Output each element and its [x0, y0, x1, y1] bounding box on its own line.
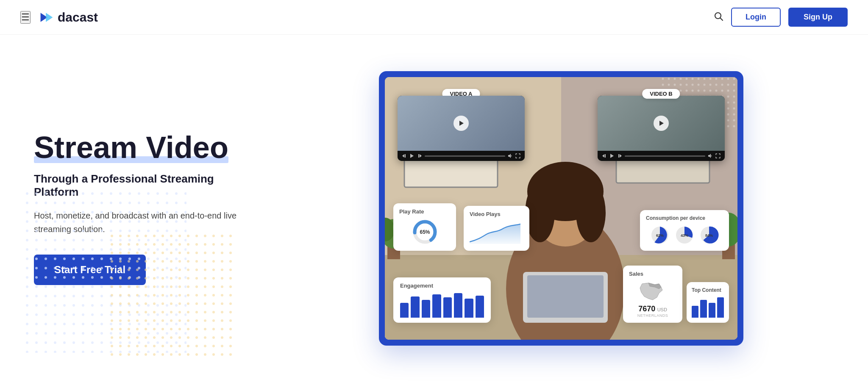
volume-icon-b[interactable]	[708, 153, 713, 158]
bar-8	[476, 296, 484, 318]
svg-text:65%: 65%	[420, 229, 430, 235]
rewind-icon-b[interactable]	[602, 153, 607, 158]
pie-chart-3: 84%	[698, 224, 720, 246]
engagement-chart	[400, 292, 484, 318]
svg-line-3	[721, 18, 723, 20]
top-content-title: Top Content	[692, 287, 724, 293]
sales-value: 7670	[638, 305, 655, 313]
tc-bar-3	[709, 303, 715, 318]
svg-marker-1	[46, 13, 53, 22]
dacast-logo-icon	[39, 10, 54, 25]
consumption-card: Consumption per device 62%	[640, 210, 729, 251]
bar-7	[465, 299, 473, 318]
logo-text: dacast	[58, 10, 98, 25]
play-rate-chart: 65%	[399, 218, 450, 246]
svg-point-15	[525, 183, 555, 242]
signup-button[interactable]: Sign Up	[788, 8, 848, 27]
video-b-controls	[598, 151, 725, 161]
nav-left: ☰ dacast	[20, 10, 98, 25]
play-icon-b[interactable]	[654, 116, 669, 131]
video-b-label: VIDEO B	[642, 89, 680, 99]
bar-5	[443, 297, 452, 318]
video-a-thumbnail[interactable]	[398, 96, 525, 151]
navbar: ☰ dacast Login Sign Up	[0, 0, 868, 35]
play-triangle-b	[658, 120, 664, 126]
video-card-b: VIDEO B	[598, 96, 725, 161]
pie-3: 84%	[698, 224, 720, 246]
hero-title: Stream Video	[34, 132, 254, 164]
forward-icon-b[interactable]	[617, 153, 622, 158]
bar-2	[411, 296, 419, 318]
consumption-title: Consumption per device	[646, 215, 723, 221]
svg-marker-31	[459, 121, 464, 126]
svg-rect-18	[527, 275, 604, 318]
dashboard-inner: VIDEO A	[385, 77, 737, 340]
hero-section: Stream Video Through a Professional Stre…	[0, 35, 868, 382]
sales-card: Sales 7670 USD NETHERLANDS	[623, 266, 682, 323]
svg-text:84%: 84%	[705, 233, 713, 238]
svg-text:43%: 43%	[681, 233, 688, 238]
svg-marker-35	[420, 154, 422, 158]
consumption-pies: 62% 43%	[646, 224, 723, 246]
play-icon-a[interactable]	[453, 116, 469, 131]
svg-rect-36	[418, 154, 419, 158]
play-icon-ctrl-b[interactable]	[609, 153, 615, 158]
rewind-icon-a[interactable]	[402, 153, 407, 158]
bar-3	[422, 300, 430, 318]
svg-point-16	[576, 183, 606, 242]
fullscreen-icon-a[interactable]	[515, 153, 520, 158]
engagement-title: Engagement	[400, 283, 484, 289]
video-b-thumbnail[interactable]	[598, 96, 725, 151]
dot-grid-gold	[110, 234, 237, 361]
svg-text:62%: 62%	[656, 233, 664, 238]
search-button[interactable]	[713, 11, 723, 24]
sales-map	[634, 280, 672, 303]
tc-bar-4	[717, 297, 724, 318]
pie-chart-2: 43%	[674, 224, 695, 246]
svg-marker-41	[610, 154, 614, 158]
volume-icon-a[interactable]	[508, 153, 513, 158]
play-icon-ctrl-a[interactable]	[409, 153, 415, 158]
hero-left: Stream Video Through a Professional Stre…	[34, 132, 254, 285]
nav-right: Login Sign Up	[713, 8, 848, 27]
video-plays-title: Video Plays	[470, 211, 523, 217]
sales-amount-display: 7670 USD	[629, 305, 676, 313]
svg-rect-33	[405, 154, 406, 158]
play-rate-title: Play Rate	[399, 208, 450, 215]
logo[interactable]: dacast	[39, 10, 98, 25]
sales-currency: USD	[657, 307, 667, 312]
video-plays-chart	[470, 221, 520, 244]
svg-marker-32	[402, 154, 404, 158]
play-rate-donut: 65%	[411, 218, 439, 246]
forward-icon-a[interactable]	[417, 153, 422, 158]
play-rate-card: Play Rate 65%	[393, 203, 456, 251]
svg-rect-43	[618, 154, 619, 158]
svg-marker-37	[508, 154, 511, 158]
progress-bar-a[interactable]	[425, 155, 505, 157]
svg-marker-42	[620, 154, 622, 158]
search-icon	[713, 11, 723, 21]
dashboard-frame: VIDEO A	[379, 71, 743, 346]
svg-marker-44	[708, 154, 711, 158]
engagement-card: Engagement	[393, 277, 491, 323]
fullscreen-icon-b[interactable]	[715, 153, 721, 158]
video-plays-card: Video Plays	[464, 206, 529, 251]
hero-title-text: Stream Video	[34, 132, 228, 164]
bar-6	[454, 293, 462, 318]
top-content-card: Top Content	[687, 282, 729, 323]
svg-marker-39	[602, 154, 604, 158]
tc-bar-2	[700, 300, 707, 318]
bar-1	[400, 303, 409, 318]
progress-bar-b[interactable]	[625, 155, 705, 157]
svg-marker-34	[410, 154, 414, 158]
login-button[interactable]: Login	[731, 8, 781, 27]
video-card-a: VIDEO A	[398, 96, 525, 161]
sales-title: Sales	[629, 271, 676, 277]
top-content-chart	[692, 296, 724, 318]
hamburger-menu[interactable]: ☰	[20, 11, 31, 24]
pie-1: 62%	[649, 224, 670, 246]
svg-rect-7	[110, 234, 237, 361]
play-triangle-a	[458, 120, 464, 126]
svg-marker-38	[659, 121, 664, 126]
svg-rect-40	[605, 154, 606, 158]
